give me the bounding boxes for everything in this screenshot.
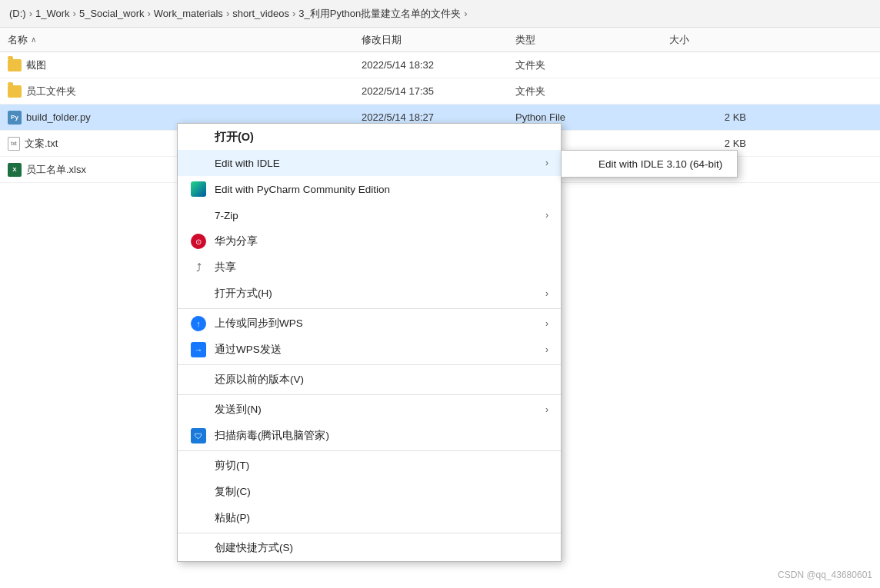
explorer-window: (D:) › 1_Work › 5_Social_work › Work_mat… [0, 0, 880, 588]
separator [178, 394, 561, 395]
ctx-tencent-scan[interactable]: 🛡 扫描病毒(腾讯电脑管家) [178, 423, 561, 449]
submenu-arrow: › [545, 404, 548, 415]
pycharm-icon [190, 181, 207, 197]
ctx-wps-upload[interactable]: ↑ 上传或同步到WPS › [178, 311, 561, 337]
tencent-icon: 🛡 [190, 428, 207, 443]
file-name-cell: Py build_folder.py [8, 111, 362, 125]
folder-icon [8, 85, 22, 98]
breadcrumb-sep: › [29, 8, 32, 19]
breadcrumb-part-5[interactable]: 3_利用Python批量建立名单的文件夹 [298, 7, 461, 21]
breadcrumb-part-3[interactable]: Work_materials [154, 8, 223, 19]
col-header-size[interactable]: 大小 [669, 33, 762, 47]
ctx-huawei[interactable]: ⊙ 华为分享 [178, 228, 561, 254]
folder-icon [8, 59, 22, 71]
separator [178, 450, 561, 451]
py-icon: Py [8, 111, 22, 125]
submenu-idle: Edit with IDLE 3.10 (64-bit) [561, 150, 738, 178]
ctx-open[interactable]: 打开(O) [178, 124, 561, 150]
separator [178, 308, 561, 309]
col-header-date[interactable]: 修改日期 [362, 33, 515, 47]
ctx-7zip[interactable]: 7-Zip › [178, 202, 561, 228]
xlsx-icon: X [8, 163, 22, 177]
table-row[interactable]: 截图 2022/5/14 18:32 文件夹 [0, 52, 880, 78]
ctx-wps-send[interactable]: → 通过WPS发送 › [178, 337, 561, 363]
ctx-edit-pycharm[interactable]: Edit with PyCharm Community Edition [178, 176, 561, 202]
ctx-cut[interactable]: 剪切(T) [178, 453, 561, 479]
breadcrumb-part-0[interactable]: (D:) [9, 8, 26, 19]
context-menu: 打开(O) Edit with IDLE › Edit with IDLE 3.… [177, 123, 562, 562]
table-row[interactable]: 员工文件夹 2022/5/14 17:35 文件夹 [0, 78, 880, 105]
ctx-share[interactable]: ⤴ 共享 [178, 254, 561, 281]
ctx-create-shortcut[interactable]: 创建快捷方式(S) [178, 535, 561, 561]
ctx-paste[interactable]: 粘贴(P) [178, 505, 561, 531]
breadcrumb-part-4[interactable]: short_videos [232, 8, 289, 19]
watermark: CSDN @qq_43680601 [778, 570, 872, 580]
ctx-open-with[interactable]: 打开方式(H) › [178, 281, 561, 307]
ctx-restore[interactable]: 还原以前的版本(V) [178, 367, 561, 393]
txt-icon: txt [8, 137, 20, 151]
breadcrumb-part-2[interactable]: 5_Social_work [79, 8, 145, 19]
file-name-cell: 截图 [8, 58, 362, 72]
huawei-share-icon: ⊙ [190, 234, 207, 249]
wps-send-icon: → [190, 342, 207, 357]
ctx-idle-310[interactable]: Edit with IDLE 3.10 (64-bit) [562, 151, 737, 177]
share-icon: ⤴ [190, 260, 207, 275]
file-name-cell: 员工文件夹 [8, 85, 362, 98]
submenu-arrow: › [545, 318, 548, 329]
col-header-name[interactable]: 名称 ∧ [8, 33, 362, 47]
breadcrumb: (D:) › 1_Work › 5_Social_work › Work_mat… [0, 0, 880, 28]
col-header-type[interactable]: 类型 [515, 33, 669, 47]
separator [178, 364, 561, 365]
submenu-arrow: › [545, 344, 548, 355]
ctx-edit-idle[interactable]: Edit with IDLE › Edit with IDLE 3.10 (64… [178, 150, 561, 176]
submenu-arrow: › [545, 210, 548, 221]
submenu-arrow: › [545, 158, 548, 168]
wps-upload-icon: ↑ [190, 316, 207, 331]
column-headers: 名称 ∧ 修改日期 类型 大小 [0, 28, 880, 52]
ctx-send-to[interactable]: 发送到(N) › [178, 397, 561, 423]
ctx-copy[interactable]: 复制(C) [178, 479, 561, 505]
submenu-arrow: › [545, 288, 548, 299]
breadcrumb-part-1[interactable]: 1_Work [35, 8, 70, 19]
sort-arrow: ∧ [31, 35, 36, 44]
separator [178, 533, 561, 533]
